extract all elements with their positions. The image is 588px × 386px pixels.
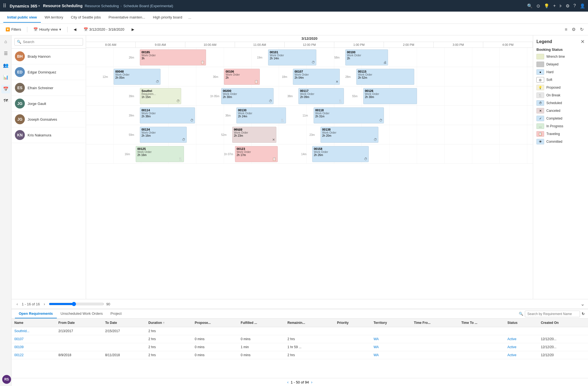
table-cell — [459, 327, 505, 335]
block-icon: ⏱ — [182, 138, 185, 142]
table-body: Southrid...2/13/20172/15/20172 hrs001072… — [12, 327, 588, 359]
booking-block[interactable]: 00107Work Order2h 04m✕ — [293, 69, 340, 85]
time-cell: 10:00 AM — [185, 42, 235, 47]
table-col-header[interactable]: Propose... — [192, 319, 238, 327]
row-name-link[interactable]: Southrid... — [14, 329, 30, 333]
table-col-header[interactable]: Remainin... — [285, 319, 334, 327]
booking-block[interactable]: 00185Work Order3h📋 — [140, 49, 206, 65]
search-box[interactable]: 🔍 — [14, 38, 83, 46]
legend-label: Scheduled — [546, 101, 562, 105]
table-next-button[interactable]: › — [311, 380, 312, 384]
prev-date-button[interactable]: ◀ — [71, 26, 79, 33]
booking-block[interactable]: 00158Work Order2h 26m⏱ — [312, 146, 369, 162]
booking-block[interactable]: 00200Work Order2h 30m⏱ — [221, 88, 274, 104]
settings-icon[interactable]: ⚙ — [566, 3, 570, 9]
territory-link[interactable]: WA — [373, 353, 379, 357]
tab-preventative[interactable]: Preventative mainten... — [105, 12, 149, 23]
nav-dots-icon[interactable]: ⠿ — [3, 3, 6, 9]
row-name-link[interactable]: 00109 — [14, 345, 23, 349]
brand-name[interactable]: Dynamics 365 ▾ — [10, 4, 40, 8]
sidebar-map-icon[interactable]: 🗺 — [2, 97, 10, 105]
resource-item[interactable]: KN Kris Nakamura — [12, 127, 86, 143]
table-col-header[interactable]: Fulfilled ... — [238, 319, 285, 327]
booking-block[interactable]: SouthriRequirem...1h 15m⏱ — [140, 88, 181, 104]
tab-highpriority[interactable]: High priority board — [149, 12, 186, 23]
resource-item[interactable]: BH Brady Hannon — [12, 49, 86, 64]
search-icon[interactable]: 🔍 — [527, 3, 533, 9]
date-range[interactable]: 📅 3/12/2020 - 3/18/2020 — [81, 26, 127, 33]
sidebar-people-icon[interactable]: 👥 — [1, 61, 10, 70]
help-icon[interactable]: 💡 — [544, 3, 549, 9]
block-type: Work Order — [141, 112, 193, 115]
booking-block[interactable]: 00118Work Order2h 31m⏱ — [314, 107, 384, 123]
booking-block[interactable]: 00048Work Order2h 05m⏱ — [114, 69, 161, 85]
next-date-button[interactable]: ▶ — [129, 26, 137, 33]
sidebar-home-icon[interactable]: ⌂ — [3, 38, 9, 46]
tasks-icon[interactable]: ⊙ — [536, 3, 540, 9]
lower-tab-unscheduled[interactable]: Unscheduled Work Orders — [57, 309, 107, 318]
booking-block[interactable]: 00115Work Order2h 52m — [356, 69, 414, 85]
booking-block[interactable]: 00117Work Order2h 09m🍴 — [298, 88, 344, 104]
table-col-header[interactable]: Territory — [371, 319, 411, 327]
table-prev-button[interactable]: ‹ — [287, 380, 288, 384]
booking-block[interactable]: 00106Work Order2h📋 — [224, 69, 260, 85]
question-icon[interactable]: ? — [573, 3, 576, 8]
table-col-header[interactable]: Duration ↑ — [146, 319, 192, 327]
booking-block[interactable]: 00114Work Order2h 38m⏱ — [140, 107, 195, 123]
search-input[interactable] — [23, 40, 81, 44]
resource-item[interactable]: JG Jorge Gault — [12, 96, 86, 112]
prev-page-button[interactable]: ‹ — [15, 301, 20, 307]
filters-button[interactable]: 🔽 Filters — [3, 26, 23, 33]
table-col-header[interactable]: From Date — [56, 319, 103, 327]
tab-initial[interactable]: Initial public view — [3, 12, 41, 23]
territory-link[interactable]: WA — [373, 345, 379, 349]
table-col-header[interactable]: Time To ... — [459, 319, 505, 327]
territory-link[interactable]: WA — [373, 337, 379, 341]
booking-block[interactable]: 00123Work Order2h 17m📋 — [235, 146, 278, 162]
booking-block[interactable]: 00134Work Order2h 16m⏱ — [140, 127, 187, 143]
booking-block[interactable]: 00101Work Order2h 14m⏱ — [268, 49, 316, 65]
resource-item[interactable]: JG Joseph Gonsalves — [12, 112, 86, 127]
user-icon[interactable]: 👤 — [580, 3, 585, 9]
lower-tab-project[interactable]: Project — [106, 309, 125, 318]
refresh-icon[interactable]: ↻ — [582, 312, 585, 316]
table-col-header[interactable]: Created On — [538, 319, 588, 327]
tab-wa[interactable]: WA territory — [41, 12, 67, 23]
booking-block[interactable]: 00126Work Order2h 30m — [363, 88, 417, 104]
booking-block[interactable]: 00125Work Order2h 16m🍴 — [136, 146, 184, 162]
list-view-icon[interactable]: ≡ — [564, 26, 568, 33]
view-selector[interactable]: 📅 Hourly view ▾ — [31, 26, 63, 33]
sidebar-chart-icon[interactable]: 📊 — [1, 73, 10, 81]
filter-icon[interactable]: ⊧ — [560, 3, 562, 9]
resource-item[interactable]: ES Efrain Schreiner — [12, 80, 86, 96]
row-name-link[interactable]: 00122 — [14, 353, 23, 357]
tab-more[interactable]: ... — [186, 13, 194, 22]
status-link[interactable]: Active — [507, 337, 517, 341]
refresh-icon[interactable]: ↻ — [579, 26, 585, 33]
tab-seattle[interactable]: City of Seattle jobs — [67, 12, 105, 23]
status-link[interactable]: Active — [507, 353, 517, 357]
table-col-header[interactable]: Status — [505, 319, 538, 327]
legend-close-button[interactable]: ✕ — [581, 39, 585, 45]
zoom-slider[interactable] — [49, 302, 104, 306]
booking-block[interactable]: 00138Work Order2h 20m⏱ — [320, 127, 378, 143]
lower-tab-open[interactable]: Open Requirements — [15, 309, 57, 318]
add-icon[interactable]: + — [553, 3, 556, 8]
sidebar-calendar-icon[interactable]: 📅 — [1, 85, 10, 93]
resource-item[interactable]: ED Edgar Dominquez — [12, 64, 86, 80]
row-name-link[interactable]: 00107 — [14, 337, 23, 341]
table-col-header[interactable]: To Date — [102, 319, 146, 327]
booking-block[interactable]: 00100Work Order2h🖨 — [345, 49, 388, 65]
table-col-header[interactable]: Name — [12, 319, 56, 327]
table-col-header[interactable]: Priority — [334, 319, 371, 327]
lower-search-input[interactable] — [525, 311, 580, 317]
booking-block[interactable]: 00122Work Order2h 23m✕ — [232, 127, 276, 143]
booking-block[interactable]: 00130Work Order2h 24m🍴 — [236, 107, 286, 123]
next-page-button[interactable]: › — [42, 301, 47, 307]
block-id: 00200 — [223, 89, 272, 92]
table-col-header[interactable]: Time Fro... — [411, 319, 459, 327]
expand-button[interactable]: ⌄ — [581, 301, 585, 307]
grid-settings-icon[interactable]: ⚙ — [571, 26, 577, 33]
sidebar-list-icon[interactable]: ☰ — [2, 49, 9, 58]
status-link[interactable]: Active — [507, 345, 517, 349]
